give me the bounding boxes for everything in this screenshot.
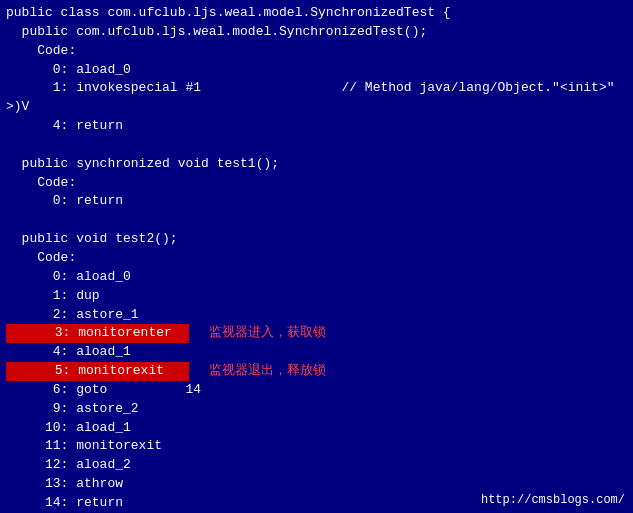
class-header-text: public class com.ufclub.ljs.weal.model.S… bbox=[6, 4, 451, 23]
code-label2-line: Code: bbox=[6, 174, 627, 193]
instr-12-aload-text: 12: aload_2 bbox=[6, 456, 131, 475]
blank2-line bbox=[6, 211, 627, 230]
instr-0-aload-line: 0: aload_0 bbox=[6, 61, 627, 80]
instr-6-goto-text: 6: goto 14 bbox=[6, 381, 201, 400]
instr-10-aload-line: 10: aload_1 bbox=[6, 419, 627, 438]
instr-4-return-text: 4: return bbox=[6, 117, 123, 136]
instr-13-athrow-text: 13: athrow bbox=[6, 475, 123, 494]
instr-0-return-text: 0: return bbox=[6, 192, 123, 211]
void-method-line: public void test2(); bbox=[6, 230, 627, 249]
constructor-text: public com.ufclub.ljs.weal.model.Synchro… bbox=[6, 23, 427, 42]
instr-1-invoke-text: 1: invokespecial #1 // Method java/lang/… bbox=[6, 79, 615, 98]
code-label1-line: Code: bbox=[6, 42, 627, 61]
monitor-enter-annotation: 监视器进入，获取锁 bbox=[209, 324, 326, 343]
instr-2-astore-text: 2: astore_1 bbox=[6, 306, 139, 325]
void-method-text: public void test2(); bbox=[6, 230, 178, 249]
instr-4-aload-text: 4: aload_1 bbox=[6, 343, 131, 362]
instr-5-monitorexit-line: 5: monitorexit 监视器退出，释放锁 bbox=[6, 362, 627, 381]
instr-3-monitor-text: 3: monitorenter bbox=[6, 324, 189, 343]
instr-4-aload-line: 4: aload_1 bbox=[6, 343, 627, 362]
instr-14-return-text: 14: return bbox=[6, 494, 123, 513]
constructor-line: public com.ufclub.ljs.weal.model.Synchro… bbox=[6, 23, 627, 42]
instr-return-v-line: >)V bbox=[6, 98, 627, 117]
instr-1-invoke-line: 1: invokespecial #1 // Method java/lang/… bbox=[6, 79, 627, 98]
instr-9-astore-line: 9: astore_2 bbox=[6, 400, 627, 419]
instr-11-monitorexit2-text: 11: monitorexit bbox=[6, 437, 162, 456]
class-header-line: public class com.ufclub.ljs.weal.model.S… bbox=[6, 4, 627, 23]
code-label3-text: Code: bbox=[6, 249, 76, 268]
monitor-exit-annotation: 监视器退出，释放锁 bbox=[209, 362, 326, 381]
terminal: public class com.ufclub.ljs.weal.model.S… bbox=[0, 0, 633, 513]
sync-method-text: public synchronized void test1(); bbox=[6, 155, 279, 174]
instr-1-dup-line: 1: dup bbox=[6, 287, 627, 306]
instr-0-aload0-line: 0: aload_0 bbox=[6, 268, 627, 287]
blank1-line bbox=[6, 136, 627, 155]
instr-11-monitorexit2-line: 11: monitorexit bbox=[6, 437, 627, 456]
code-label3-line: Code: bbox=[6, 249, 627, 268]
url-watermark: http://cmsblogs.com/ bbox=[481, 493, 625, 507]
instr-0-return-line: 0: return bbox=[6, 192, 627, 211]
instr-0-aload-text: 0: aload_0 bbox=[6, 61, 131, 80]
instr-4-return-line: 4: return bbox=[6, 117, 627, 136]
instr-10-aload-text: 10: aload_1 bbox=[6, 419, 131, 438]
instr-9-astore-text: 9: astore_2 bbox=[6, 400, 139, 419]
instr-2-astore-line: 2: astore_1 bbox=[6, 306, 627, 325]
instr-0-aload0-text: 0: aload_0 bbox=[6, 268, 131, 287]
sync-method-line: public synchronized void test1(); bbox=[6, 155, 627, 174]
instr-13-athrow-line: 13: athrow bbox=[6, 475, 627, 494]
code-label1-text: Code: bbox=[6, 42, 76, 61]
instr-1-dup-text: 1: dup bbox=[6, 287, 100, 306]
instr-3-monitor-line: 3: monitorenter 监视器进入，获取锁 bbox=[6, 324, 627, 343]
code-label2-text: Code: bbox=[6, 174, 76, 193]
instr-6-goto-line: 6: goto 14 bbox=[6, 381, 627, 400]
instr-5-monitorexit-text: 5: monitorexit bbox=[6, 362, 189, 381]
instr-return-v-text: >)V bbox=[6, 98, 29, 117]
instr-12-aload-line: 12: aload_2 bbox=[6, 456, 627, 475]
